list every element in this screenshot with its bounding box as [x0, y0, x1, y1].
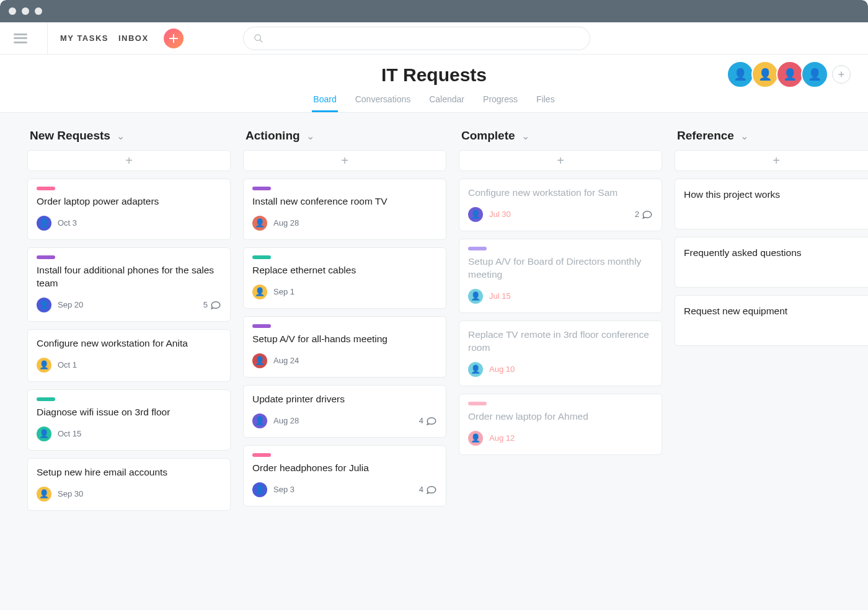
svg-line-1	[260, 40, 262, 42]
person-icon: 👤	[471, 433, 480, 443]
assignee-avatar[interactable]: 👤	[252, 216, 267, 231]
column-title: New Requests	[30, 129, 110, 143]
task-card[interactable]: Setup A/V for Board of Directors monthly…	[459, 239, 662, 313]
task-card[interactable]: Setup new hire email accounts👤Sep 30	[27, 458, 231, 511]
tag-pill	[468, 402, 487, 405]
person-icon: 👤	[39, 300, 49, 309]
window-titlebar	[0, 0, 868, 22]
task-title: Replace TV remote in 3rd floor conferenc…	[468, 329, 653, 355]
column-header[interactable]: New Requests⌄	[27, 129, 231, 143]
member-avatar[interactable]: 👤	[801, 61, 828, 88]
assignee-avatar[interactable]: 👤	[37, 427, 51, 441]
assignee-avatar[interactable]: 👤	[37, 216, 51, 231]
add-card-button[interactable]: +	[243, 150, 446, 171]
task-meta: 👤Oct 1	[37, 358, 221, 373]
assignee-avatar[interactable]: 👤	[468, 207, 483, 222]
member-avatar[interactable]: 👤	[751, 61, 779, 88]
chevron-down-icon: ⌄	[117, 130, 125, 142]
task-card[interactable]: Request new equipment	[675, 295, 868, 346]
task-title: Order headphones for Julia	[252, 462, 437, 475]
plus-icon	[169, 33, 179, 43]
task-card[interactable]: Setup A/V for all-hands meeting👤Aug 24	[243, 316, 446, 378]
tab-calendar[interactable]: Calendar	[428, 94, 466, 112]
assignee-avatar[interactable]: 👤	[252, 285, 267, 299]
task-card[interactable]: Order new laptop for Ahmed👤Aug 12	[459, 394, 662, 455]
due-date: Sep 30	[58, 489, 83, 498]
add-card-button[interactable]: +	[459, 150, 662, 171]
task-title: Replace ethernet cables	[252, 264, 437, 277]
task-card[interactable]: How this project works	[675, 179, 868, 229]
task-card[interactable]: Diagnose wifi issue on 3rd floor👤Oct 15	[27, 389, 231, 451]
task-title: Install new conference room TV	[252, 195, 437, 208]
task-meta: 👤Sep 30	[37, 487, 221, 502]
add-card-button[interactable]: +	[675, 150, 868, 171]
task-card[interactable]: Order headphones for Julia👤Sep 34	[243, 445, 446, 506]
nav-inbox[interactable]: INBOX	[118, 33, 149, 43]
person-icon: 👤	[758, 68, 772, 81]
task-card[interactable]: Order laptop power adapters👤Oct 3	[27, 179, 231, 240]
tab-files[interactable]: Files	[535, 94, 556, 112]
quick-add-button[interactable]	[164, 29, 184, 48]
tag-pill	[37, 255, 55, 259]
search-input[interactable]	[243, 27, 590, 50]
plus-icon	[838, 71, 845, 78]
comment-count[interactable]: 2	[635, 209, 653, 220]
add-member-button[interactable]	[832, 65, 851, 84]
task-meta: 👤Aug 10	[468, 362, 653, 377]
traffic-close[interactable]	[9, 7, 16, 15]
task-card[interactable]: Install four additional phones for the s…	[27, 247, 231, 322]
column-header[interactable]: Reference⌄	[675, 129, 868, 143]
assignee-avatar[interactable]: 👤	[468, 431, 483, 446]
assignee-avatar[interactable]: 👤	[37, 358, 51, 373]
task-card[interactable]: Frequently asked questions	[675, 237, 868, 288]
traffic-zoom[interactable]	[35, 7, 42, 15]
member-avatar[interactable]: 👤	[727, 61, 754, 88]
assignee-avatar[interactable]: 👤	[468, 289, 483, 304]
person-icon: 👤	[39, 360, 49, 369]
comment-count[interactable]: 5	[203, 299, 221, 311]
person-icon: 👤	[39, 489, 49, 498]
member-avatar[interactable]: 👤	[776, 61, 804, 88]
column-header[interactable]: Complete⌄	[459, 129, 662, 143]
nav-my-tasks[interactable]: MY TASKS	[60, 33, 108, 43]
assignee-avatar[interactable]: 👤	[252, 482, 267, 497]
task-card[interactable]: Configure new workstation for Sam👤Jul 30…	[459, 179, 662, 231]
task-title: Setup new hire email accounts	[37, 466, 221, 479]
task-card[interactable]: Update printer drivers👤Aug 284	[243, 385, 446, 438]
divider	[47, 22, 48, 55]
comment-count[interactable]: 4	[419, 484, 437, 495]
assignee-avatar[interactable]: 👤	[37, 487, 51, 502]
task-meta: 👤Sep 34	[252, 482, 437, 497]
due-date: Oct 1	[58, 360, 77, 369]
person-icon: 👤	[783, 68, 797, 81]
assignee-avatar[interactable]: 👤	[468, 362, 483, 377]
assignee-avatar[interactable]: 👤	[252, 413, 267, 428]
project-header: IT Requests 👤👤👤👤 BoardConversationsCalen…	[0, 55, 868, 113]
column: Actioning⌄+Install new conference room T…	[243, 129, 446, 518]
tab-progress[interactable]: Progress	[482, 94, 519, 112]
due-date: Sep 3	[273, 485, 294, 494]
due-date: Aug 28	[273, 416, 299, 425]
tab-board[interactable]: Board	[312, 94, 337, 112]
due-date: Jul 15	[489, 291, 511, 301]
person-icon: 👤	[255, 287, 265, 296]
task-card[interactable]: Configure new workstation for Anita👤Oct …	[27, 329, 231, 382]
task-card[interactable]: Replace ethernet cables👤Sep 1	[243, 247, 446, 309]
due-date: Oct 15	[58, 429, 81, 438]
traffic-minimize[interactable]	[22, 7, 29, 15]
task-card[interactable]: Install new conference room TV👤Aug 28	[243, 179, 446, 240]
column-header[interactable]: Actioning⌄	[243, 129, 446, 143]
person-icon: 👤	[255, 485, 265, 494]
person-icon: 👤	[39, 218, 49, 228]
assignee-avatar[interactable]: 👤	[37, 298, 51, 312]
menu-toggle[interactable]	[14, 33, 27, 43]
assignee-avatar[interactable]: 👤	[252, 353, 267, 368]
task-card[interactable]: Replace TV remote in 3rd floor conferenc…	[459, 320, 662, 386]
column-title: Actioning	[246, 129, 300, 143]
chevron-down-icon: ⌄	[306, 130, 314, 142]
add-card-button[interactable]: +	[27, 150, 231, 171]
comment-count[interactable]: 4	[419, 415, 437, 427]
person-icon: 👤	[39, 429, 49, 438]
tab-conversations[interactable]: Conversations	[354, 94, 412, 112]
tag-pill	[252, 453, 271, 457]
